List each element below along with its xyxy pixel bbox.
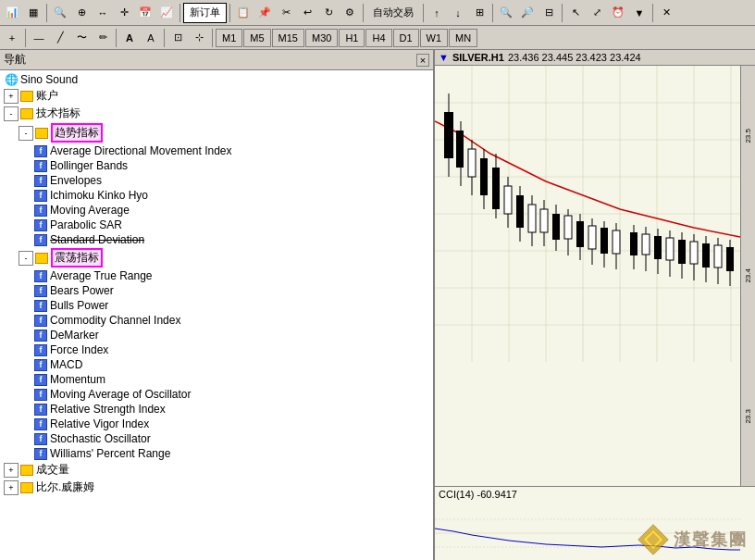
tree-item-stoch[interactable]: f Stochastic Oscillator [0, 431, 433, 446]
pen-btn[interactable]: ✏ [93, 28, 113, 48]
m30-btn[interactable]: M30 [305, 29, 338, 47]
tree-item-momentum[interactable]: f Momentum [0, 372, 433, 387]
rect-btn[interactable]: ⊡ [167, 28, 188, 48]
m5-btn[interactable]: M5 [243, 29, 270, 47]
expand-vol[interactable]: + [4, 463, 19, 478]
tree-item-psar[interactable]: f Parabolic SAR [0, 218, 433, 232]
right-panel: ▼ SILVER.H1 23.436 23.445 23.423 23.424 [435, 50, 755, 560]
tree-item-rvi[interactable]: f Relative Vigor Index [0, 417, 433, 431]
sep12 [212, 29, 213, 47]
zoom-in2-btn[interactable]: 🔍 [496, 3, 516, 23]
mn-btn[interactable]: MN [449, 29, 477, 47]
expand-accounts[interactable]: + [4, 89, 19, 104]
tree-container[interactable]: 🌐 Sino Sound + 账户 - 技术指标 - [0, 70, 433, 560]
zoom-in-btn[interactable]: 🔍 [50, 3, 70, 23]
period-btn[interactable]: 📅 [135, 3, 155, 23]
h4-btn[interactable]: H4 [365, 29, 391, 47]
tree-item-sino-sound[interactable]: 🌐 Sino Sound [0, 72, 433, 87]
tree-item-oscillator[interactable]: - 震荡指标 [0, 247, 433, 268]
svg-rect-34 [552, 214, 560, 240]
copy-btn[interactable]: 📋 [233, 3, 254, 23]
d1-btn[interactable]: D1 [393, 29, 419, 47]
tree-item-mao[interactable]: f Moving Average of Oscillator [0, 387, 433, 402]
tree-item-ma[interactable]: f Moving Average [0, 203, 433, 218]
tree-item-force[interactable]: f Force Index [0, 342, 433, 357]
tree-item-bears[interactable]: f Bears Power [0, 283, 433, 298]
tree-item-atr[interactable]: f Average True Range [0, 268, 433, 283]
tree-item-accounts[interactable]: + 账户 [0, 87, 433, 105]
refresh-btn[interactable]: ↻ [318, 3, 339, 23]
crosshair-btn[interactable]: ✛ [114, 3, 134, 23]
chart-type-btn[interactable]: ▦ [23, 3, 43, 23]
undo-btn[interactable]: ↩ [297, 3, 317, 23]
tree-item-bulls[interactable]: f Bulls Power [0, 298, 433, 313]
new-chart-btn[interactable]: 📊 [2, 3, 22, 23]
w1-btn[interactable]: W1 [420, 29, 449, 47]
extra-btn[interactable]: ✕ [656, 3, 676, 23]
expand-osc[interactable]: - [19, 251, 33, 266]
chart-mode-btn[interactable]: ⊟ [538, 3, 559, 23]
auto-trade-btn[interactable]: 自动交易 [366, 3, 420, 23]
settings-btn[interactable]: ⚙ [340, 3, 360, 23]
diag-btn[interactable]: ╱ [50, 28, 70, 48]
toolbar-second: + — ╱ 〜 ✏ A A ⊡ ⊹ M1 M5 M15 M30 H1 H4 D1… [0, 26, 755, 50]
tree-item-admi[interactable]: f Average Directional Movement Index [0, 143, 433, 158]
price-axis: 23.5 23.4 23.3 [740, 66, 755, 486]
line2-btn[interactable]: — [29, 28, 49, 48]
svg-rect-18 [456, 131, 464, 168]
tree-item-macd[interactable]: f MACD [0, 357, 433, 372]
chart-values: 23.436 23.445 23.423 23.424 [508, 52, 641, 63]
svg-rect-48 [642, 234, 650, 255]
indicator-btn[interactable]: 📈 [156, 3, 177, 23]
expand-tech[interactable]: - [4, 106, 19, 121]
zoom-out-btn[interactable]: ⊕ [71, 3, 92, 23]
delete-btn[interactable]: ✂ [276, 3, 296, 23]
wave-btn[interactable]: 〜 [71, 28, 92, 48]
m15-btn[interactable]: M15 [272, 29, 304, 47]
new-order-btn[interactable]: 新订单 [183, 3, 227, 23]
svg-rect-40 [588, 226, 596, 249]
price-dn-btn[interactable]: ↓ [448, 3, 468, 23]
tree-item-sd[interactable]: f Standard Deviation [0, 232, 433, 247]
f-stoch-icon: f [33, 432, 48, 445]
tree-item-rsi[interactable]: f Relative Strength Index [0, 402, 433, 417]
chart-main-area[interactable]: 23.5 23.4 23.3 [435, 66, 755, 486]
f-momentum-icon: f [33, 373, 48, 386]
expand-trend[interactable]: - [19, 126, 33, 141]
tree-item-demark[interactable]: f DeMarker [0, 328, 433, 342]
cci-chart: CCI(14) -60.9417 漢聲集團 [435, 486, 755, 560]
f-cci-icon: f [33, 314, 48, 327]
expand-btn[interactable]: ⊞ [469, 3, 489, 23]
tree-item-env[interactable]: f Envelopes [0, 173, 433, 188]
expand-bill[interactable]: + [4, 480, 19, 495]
tree-item-bill[interactable]: + 比尔.威廉姆 [0, 479, 433, 496]
line-btn[interactable]: ⤢ [587, 3, 607, 23]
svg-rect-60 [714, 245, 722, 268]
diamond-logo-icon [637, 523, 670, 556]
svg-rect-44 [613, 230, 620, 254]
tree-item-bb[interactable]: f Bollinger Bands [0, 158, 433, 173]
paste-btn[interactable]: 📌 [254, 3, 275, 23]
cursor-btn[interactable]: ↖ [565, 3, 586, 23]
m1-btn[interactable]: M1 [216, 29, 242, 47]
panel-close-btn[interactable]: × [416, 54, 429, 67]
tree-item-wpr[interactable]: f Williams' Percent Range [0, 446, 433, 461]
f-rvi-icon: f [33, 417, 48, 430]
scroll-btn[interactable]: ↔ [93, 3, 113, 23]
clock-btn[interactable]: ⏰ [608, 3, 628, 23]
h1-btn[interactable]: H1 [339, 29, 365, 47]
cursor2-btn[interactable]: ⊹ [189, 28, 209, 48]
tree-item-cci[interactable]: f Commodity Channel Index [0, 313, 433, 328]
price-up-btn[interactable]: ↑ [427, 3, 447, 23]
tree-item-ich[interactable]: f Ichimoku Kinko Hyo [0, 188, 433, 203]
more-btn[interactable]: ▼ [629, 3, 650, 23]
svg-rect-58 [702, 243, 710, 268]
tree-item-trend[interactable]: - 趋势指标 [0, 122, 433, 143]
text-btn[interactable]: A [119, 28, 140, 48]
f-sd-icon: f [33, 233, 48, 246]
tree-item-volume[interactable]: + 成交量 [0, 461, 433, 479]
crosshair2-btn[interactable]: + [2, 28, 22, 48]
text2-btn[interactable]: A [141, 28, 161, 48]
tree-item-tech-indicators[interactable]: - 技术指标 [0, 105, 433, 122]
zoom-out2-btn[interactable]: 🔎 [517, 3, 538, 23]
